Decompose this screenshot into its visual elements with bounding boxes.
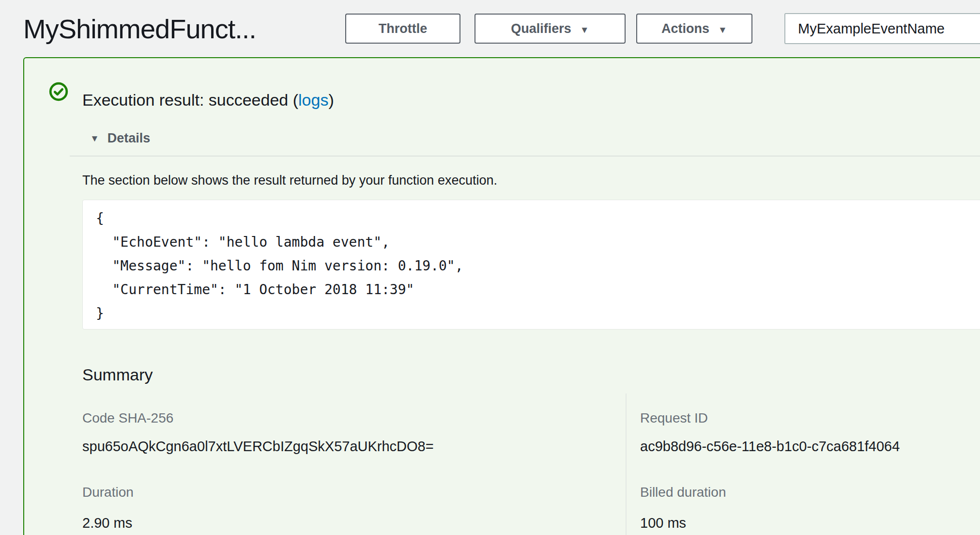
test-event-selected-value: MyExampleEventName — [798, 21, 945, 37]
result-json-text: { "EchoEvent": "hello lambda event", "Me… — [83, 200, 980, 325]
details-toggle-label: Details — [107, 129, 151, 147]
success-check-circle-icon — [48, 81, 69, 102]
summary-heading: Summary — [82, 363, 153, 386]
result-description: The section below shows the result retur… — [82, 172, 497, 189]
duration-label: Duration — [82, 483, 134, 502]
actions-button[interactable]: Actions ▼ — [636, 14, 752, 44]
qualifiers-button[interactable]: Qualifiers ▼ — [475, 14, 626, 44]
caret-down-icon: ▼ — [580, 25, 589, 34]
execution-result-panel: Execution result: succeeded (logs) ▼ Det… — [23, 57, 980, 535]
execution-result-status-text: Execution result: succeeded ( — [82, 91, 298, 109]
function-header: MyShimmedFunct... Throttle Qualifiers ▼ … — [23, 0, 980, 57]
result-json-box: { "EchoEvent": "hello lambda event", "Me… — [82, 200, 980, 330]
summary-column-divider — [626, 393, 627, 535]
billed-duration-label: Billed duration — [640, 483, 726, 502]
request-id-label: Request ID — [640, 409, 708, 427]
code-sha256-value: spu65oAQkCgn6a0l7xtLVERCbIZgqSkX57aUKrhc… — [82, 437, 434, 456]
request-id-value: ac9b8d96-c56e-11e8-b1c0-c7ca681f4064 — [640, 437, 900, 456]
details-divider — [70, 156, 980, 157]
logs-link[interactable]: logs — [298, 91, 328, 109]
duration-value: 2.90 ms — [82, 514, 132, 532]
page-title: MyShimmedFunct... — [23, 13, 344, 45]
actions-button-label: Actions — [661, 21, 709, 36]
qualifiers-button-label: Qualifiers — [511, 21, 571, 36]
execution-result-title: Execution result: succeeded (logs) — [82, 89, 334, 110]
throttle-button[interactable]: Throttle — [345, 14, 460, 44]
details-toggle[interactable]: ▼ Details — [90, 129, 150, 147]
caret-down-icon: ▼ — [90, 134, 99, 143]
execution-result-status-suffix: ) — [328, 91, 334, 109]
throttle-button-label: Throttle — [379, 21, 428, 36]
code-sha256-label: Code SHA-256 — [82, 409, 173, 427]
caret-down-icon: ▼ — [718, 25, 727, 34]
test-event-select[interactable]: MyExampleEventName — [784, 13, 980, 44]
billed-duration-value: 100 ms — [640, 514, 686, 532]
